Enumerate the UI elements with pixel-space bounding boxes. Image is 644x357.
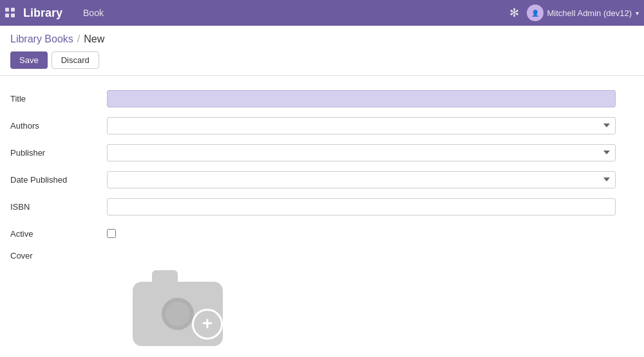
date-published-row: Date Published: [10, 170, 634, 189]
active-row: Active: [10, 224, 634, 243]
cover-upload-button[interactable]: +: [107, 256, 249, 357]
authors-label: Authors: [10, 121, 107, 131]
action-buttons: Save Discard: [10, 51, 634, 75]
isbn-label: ISBN: [10, 202, 107, 212]
avatar: 👤: [527, 5, 544, 21]
settings-icon[interactable]: ✻: [509, 6, 519, 20]
camera-icon: +: [120, 262, 236, 357]
user-name: Mitchell Admin (dev12): [547, 8, 632, 18]
camera-lens: [162, 298, 194, 330]
date-published-field-wrapper: [107, 171, 616, 188]
discard-button[interactable]: Discard: [52, 51, 99, 69]
cover-row: Cover +: [10, 251, 634, 357]
active-label: Active: [10, 229, 107, 239]
apps-menu-icon[interactable]: [5, 8, 15, 18]
publisher-field-wrapper: [107, 144, 616, 161]
isbn-input[interactable]: [107, 198, 616, 215]
user-menu[interactable]: 👤 Mitchell Admin (dev12) ▾: [527, 5, 639, 21]
cover-label: Cover: [10, 251, 107, 261]
camera-plus-icon: +: [192, 309, 223, 340]
breadcrumb-link[interactable]: Library Books: [10, 33, 73, 45]
navbar: Library Book ✻ 👤 Mitchell Admin (dev12) …: [0, 0, 644, 26]
title-label: Title: [10, 94, 107, 104]
isbn-field-wrapper: [107, 198, 616, 215]
camera-body: +: [133, 282, 223, 346]
navbar-menu-book[interactable]: Book: [78, 5, 109, 21]
cover-field-wrapper: +: [107, 251, 616, 357]
title-input[interactable]: [107, 90, 616, 107]
breadcrumb-current: New: [84, 33, 104, 45]
authors-field-wrapper: [107, 117, 616, 134]
breadcrumb: Library Books / New: [10, 33, 634, 45]
app-title: Library: [23, 6, 62, 20]
breadcrumb-separator: /: [77, 33, 80, 45]
publisher-label: Publisher: [10, 148, 107, 158]
active-checkbox[interactable]: [107, 229, 116, 238]
page-header: Library Books / New Save Discard: [0, 26, 644, 76]
form: Title Authors Publisher Date Published: [0, 76, 644, 357]
publisher-select[interactable]: [107, 144, 616, 161]
save-button[interactable]: Save: [10, 51, 48, 69]
publisher-row: Publisher: [10, 143, 634, 162]
camera-bump: [152, 270, 178, 283]
user-menu-chevron: ▾: [636, 10, 639, 17]
navbar-left: Library Book: [5, 5, 109, 21]
authors-row: Authors: [10, 116, 634, 135]
authors-select[interactable]: [107, 117, 616, 134]
title-field-wrapper: [107, 90, 616, 107]
isbn-row: ISBN: [10, 197, 634, 216]
active-field-wrapper: [107, 229, 616, 238]
title-row: Title: [10, 89, 634, 108]
date-published-label: Date Published: [10, 175, 107, 185]
date-published-select[interactable]: [107, 171, 616, 188]
navbar-right: ✻ 👤 Mitchell Admin (dev12) ▾: [509, 5, 639, 21]
